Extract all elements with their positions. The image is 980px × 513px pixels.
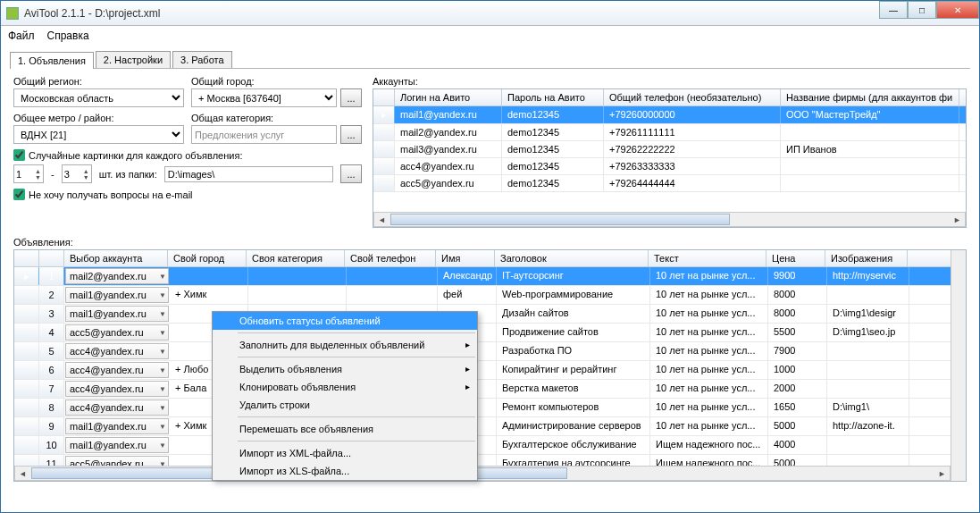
accounts-col-header[interactable]: Пароль на Авито: [502, 89, 604, 105]
account-select-cell[interactable]: mail1@yandex.ru▼: [65, 287, 169, 303]
city-label: Общий город:: [191, 76, 362, 87]
pcs-label: шт. из папки:: [99, 169, 157, 180]
ads-row[interactable]: 9mail1@yandex.ru▼+ ХимкАдминистрирование…: [14, 417, 951, 436]
accounts-row[interactable]: acc4@yandex.rudemo12345+79263333333: [373, 158, 966, 175]
account-select-cell[interactable]: mail2@yandex.ru▼: [65, 268, 169, 284]
context-menu-item[interactable]: Клонировать объявления: [213, 378, 477, 396]
ads-col-header[interactable]: Цена: [766, 250, 825, 266]
noemail-checkbox[interactable]: [13, 189, 25, 200]
window-title: AviTool 2.1.1 - D:\project.xml: [24, 7, 161, 20]
category-browse-button[interactable]: ...: [340, 125, 362, 144]
maximize-button[interactable]: □: [908, 1, 936, 19]
ads-row[interactable]: 8acc4@yandex.ru▼ийРемонт компьютеров10 л…: [14, 399, 951, 417]
accounts-grid: Логин на АвитоПароль на АвитоОбщий телеф…: [373, 88, 967, 228]
accounts-label: Аккаунты:: [373, 76, 967, 87]
account-select-cell[interactable]: mail1@yandex.ru▼: [65, 306, 169, 322]
folder-browse-button[interactable]: ...: [340, 164, 362, 183]
ads-hscroll[interactable]: ◄ ►: [14, 466, 951, 481]
tab-settings[interactable]: 2. Настройки: [96, 51, 171, 68]
region-label: Общий регион:: [13, 76, 184, 87]
account-select-cell[interactable]: acc4@yandex.ru▼: [65, 399, 169, 416]
menu-help[interactable]: Справка: [47, 29, 89, 42]
folder-input[interactable]: [164, 166, 333, 182]
context-menu-item[interactable]: Обновить статусы объявлений: [213, 312, 477, 330]
ads-vscroll[interactable]: [951, 250, 966, 481]
menubar: Файл Справка: [1, 26, 979, 46]
tab-work[interactable]: 3. Работа: [172, 51, 232, 68]
ads-row[interactable]: 3mail1@yandex.ru▼Дизайн сайтов10 лет на …: [14, 305, 951, 324]
ads-col-header[interactable]: Свой город: [168, 250, 247, 266]
account-select-cell[interactable]: acc4@yandex.ru▼: [65, 343, 169, 359]
context-menu-item[interactable]: Заполнить для выделенных объявлений: [213, 336, 477, 354]
region-select[interactable]: Московская область: [13, 88, 184, 107]
ads-row[interactable]: 11acc5@yandex.ru▼запросы на услугиМашаБу…: [14, 455, 951, 466]
accounts-col-header[interactable]: Логин на Авито: [395, 89, 502, 105]
ads-row[interactable]: 10mail1@yandex.ru▼Бухгалтерское обслужив…: [14, 436, 951, 455]
account-select-cell[interactable]: mail1@yandex.ru▼: [65, 418, 169, 434]
context-menu-item[interactable]: Импорт из XML-файла...: [213, 444, 477, 462]
close-button[interactable]: ✕: [936, 1, 979, 19]
random-img-label: Случайные картинки для каждого объявлени…: [29, 150, 242, 161]
menu-file[interactable]: Файл: [8, 29, 35, 42]
ads-row[interactable]: ▸1mail2@yandex.ru▼АлександрIT-аутсорсинг…: [14, 267, 951, 286]
accounts-row[interactable]: ▸mail1@yandex.rudemo12345+79260000000ООО…: [373, 106, 966, 124]
random-img-checkbox[interactable]: [13, 149, 25, 161]
context-menu-item[interactable]: Перемешать все объявления: [213, 420, 477, 438]
ads-col-header[interactable]: Имя: [436, 250, 495, 266]
ads-col-header[interactable]: Выбор аккаунта: [64, 250, 168, 266]
city-select[interactable]: + Москва [637640]: [191, 88, 337, 107]
ads-col-header[interactable]: Изображения: [825, 250, 908, 266]
context-menu-item[interactable]: Импорт из XLS-файла...: [213, 462, 477, 480]
accounts-row[interactable]: mail2@yandex.rudemo12345+79261111111: [373, 124, 966, 141]
noemail-label: Не хочу получать вопросы на e-mail: [29, 189, 193, 200]
ads-row[interactable]: 2mail1@yandex.ru▼+ ХимкфейWeb-программир…: [14, 286, 951, 305]
ads-row[interactable]: 6acc4@yandex.ru▼+ ЛюбоКопирайтинг и рера…: [14, 361, 951, 380]
accounts-hscroll[interactable]: ◄ ►: [373, 212, 966, 227]
tabs: 1. Объявления 2. Настройки 3. Работа: [10, 51, 970, 69]
ads-label: Объявления:: [13, 237, 967, 248]
category-input[interactable]: [191, 125, 337, 144]
tab-ads[interactable]: 1. Объявления: [10, 52, 94, 69]
category-label: Общая категория:: [191, 113, 362, 123]
titlebar: AviTool 2.1.1 - D:\project.xml — □ ✕: [1, 1, 979, 26]
minimize-button[interactable]: —: [879, 1, 908, 19]
img-to-spinner[interactable]: 3▲▼: [62, 164, 92, 183]
ads-col-header[interactable]: Свой телефон: [345, 250, 436, 266]
ads-col-header[interactable]: Текст: [649, 250, 766, 266]
accounts-col-header[interactable]: Название фирмы (для аккаунтов фи: [781, 89, 959, 105]
app-icon: [6, 7, 19, 20]
img-from-spinner[interactable]: 1▲▼: [13, 164, 44, 183]
metro-label: Общее метро / район:: [13, 113, 184, 123]
ads-col-header[interactable]: [14, 250, 39, 266]
metro-select[interactable]: ВДНХ [21]: [13, 125, 184, 144]
account-select-cell[interactable]: acc4@yandex.ru▼: [65, 362, 169, 378]
ads-row[interactable]: 5acc4@yandex.ru▼пРазработка ПО10 лет на …: [14, 342, 951, 361]
ads-row[interactable]: 4acc5@yandex.ru▼ейПродвижение сайтов10 л…: [14, 324, 951, 342]
account-select-cell[interactable]: acc5@yandex.ru▼: [65, 456, 169, 466]
ads-col-header[interactable]: Своя категория: [247, 250, 345, 266]
ads-col-header[interactable]: [39, 250, 64, 266]
accounts-col-header[interactable]: [373, 89, 395, 105]
account-select-cell[interactable]: mail1@yandex.ru▼: [65, 437, 169, 453]
ads-col-header[interactable]: Заголовок: [495, 250, 649, 266]
account-select-cell[interactable]: acc4@yandex.ru▼: [65, 381, 169, 397]
accounts-row[interactable]: mail3@yandex.rudemo12345+79262222222ИП И…: [373, 141, 966, 158]
accounts-row[interactable]: acc5@yandex.rudemo12345+79264444444: [373, 175, 966, 192]
window: AviTool 2.1.1 - D:\project.xml — □ ✕ Фай…: [0, 0, 980, 513]
accounts-col-header[interactable]: Общий телефон (необязательно): [604, 89, 781, 105]
account-select-cell[interactable]: acc5@yandex.ru▼: [65, 324, 169, 341]
ads-row[interactable]: 7acc4@yandex.ru▼+ БалаВерстка макетов10 …: [14, 380, 951, 399]
ads-grid: Выбор аккаунтаСвой городСвоя категорияСв…: [13, 249, 967, 482]
context-menu-item[interactable]: Удалить строки: [213, 396, 477, 414]
context-menu: Обновить статусы объявленийЗаполнить для…: [212, 311, 478, 481]
context-menu-item[interactable]: Выделить объявления: [213, 360, 477, 378]
city-browse-button[interactable]: ...: [340, 88, 362, 107]
